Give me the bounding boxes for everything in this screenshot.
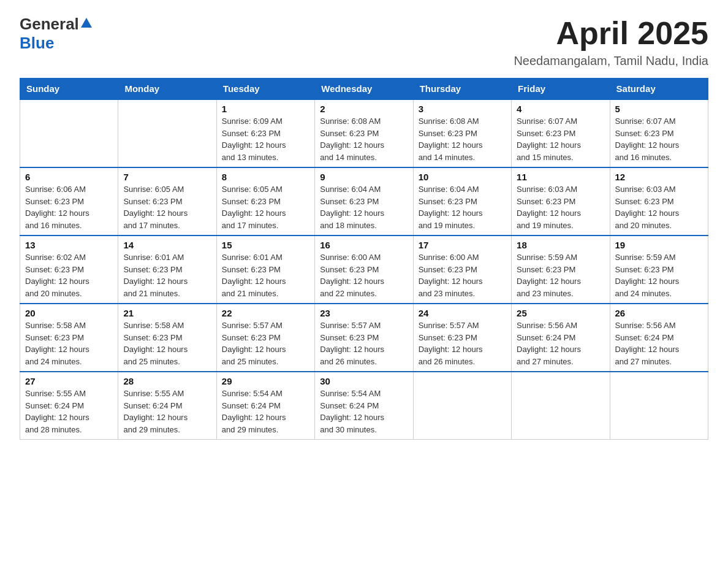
col-wednesday: Wednesday <box>315 79 413 100</box>
day-info: Sunrise: 5:57 AM Sunset: 6:23 PM Dayligh… <box>320 320 408 367</box>
day-number: 12 <box>615 172 703 182</box>
calendar-cell: 12Sunrise: 6:03 AM Sunset: 6:23 PM Dayli… <box>610 167 708 236</box>
calendar-week-1: 1Sunrise: 6:09 AM Sunset: 6:23 PM Daylig… <box>20 99 708 167</box>
day-number: 15 <box>222 240 309 250</box>
day-number: 23 <box>320 308 408 318</box>
day-info: Sunrise: 6:09 AM Sunset: 6:23 PM Dayligh… <box>222 115 309 163</box>
logo-triangle-icon <box>81 18 92 28</box>
day-number: 11 <box>517 172 604 182</box>
calendar-week-4: 20Sunrise: 5:58 AM Sunset: 6:23 PM Dayli… <box>20 304 708 372</box>
day-number: 14 <box>123 240 211 250</box>
day-number: 8 <box>222 172 309 182</box>
day-info: Sunrise: 6:05 AM Sunset: 6:23 PM Dayligh… <box>123 183 211 231</box>
calendar-cell: 4Sunrise: 6:07 AM Sunset: 6:23 PM Daylig… <box>512 99 610 167</box>
day-info: Sunrise: 5:56 AM Sunset: 6:24 PM Dayligh… <box>517 320 604 367</box>
calendar-body: 1Sunrise: 6:09 AM Sunset: 6:23 PM Daylig… <box>20 99 708 440</box>
calendar-cell: 26Sunrise: 5:56 AM Sunset: 6:24 PM Dayli… <box>610 304 708 372</box>
day-info: Sunrise: 5:54 AM Sunset: 6:24 PM Dayligh… <box>222 388 309 435</box>
col-saturday: Saturday <box>610 79 708 100</box>
calendar-cell: 11Sunrise: 6:03 AM Sunset: 6:23 PM Dayli… <box>512 167 610 236</box>
calendar-cell: 21Sunrise: 5:58 AM Sunset: 6:23 PM Dayli… <box>118 304 216 372</box>
day-info: Sunrise: 6:00 AM Sunset: 6:23 PM Dayligh… <box>320 251 408 299</box>
calendar-cell: 17Sunrise: 6:00 AM Sunset: 6:23 PM Dayli… <box>413 236 511 304</box>
day-number: 21 <box>123 308 211 318</box>
day-info: Sunrise: 5:57 AM Sunset: 6:23 PM Dayligh… <box>222 320 309 367</box>
col-monday: Monday <box>118 79 216 100</box>
calendar-cell: 8Sunrise: 6:05 AM Sunset: 6:23 PM Daylig… <box>216 167 314 236</box>
col-friday: Friday <box>512 79 610 100</box>
col-thursday: Thursday <box>413 79 511 100</box>
day-info: Sunrise: 6:07 AM Sunset: 6:23 PM Dayligh… <box>517 115 604 163</box>
calendar-cell: 1Sunrise: 6:09 AM Sunset: 6:23 PM Daylig… <box>216 99 314 167</box>
day-info: Sunrise: 5:56 AM Sunset: 6:24 PM Dayligh… <box>615 320 703 367</box>
day-number: 26 <box>615 308 703 318</box>
day-number: 3 <box>419 104 506 114</box>
calendar-cell: 3Sunrise: 6:08 AM Sunset: 6:23 PM Daylig… <box>413 99 511 167</box>
day-number: 25 <box>517 308 604 318</box>
day-info: Sunrise: 5:54 AM Sunset: 6:24 PM Dayligh… <box>320 388 408 435</box>
logo: General Blue <box>20 15 94 53</box>
col-sunday: Sunday <box>20 79 118 100</box>
day-info: Sunrise: 6:03 AM Sunset: 6:23 PM Dayligh… <box>517 183 604 231</box>
calendar-cell <box>118 99 216 167</box>
day-number: 24 <box>419 308 506 318</box>
calendar-cell: 15Sunrise: 6:01 AM Sunset: 6:23 PM Dayli… <box>216 236 314 304</box>
day-info: Sunrise: 6:05 AM Sunset: 6:23 PM Dayligh… <box>222 183 309 231</box>
header-row: Sunday Monday Tuesday Wednesday Thursday… <box>20 79 708 100</box>
day-info: Sunrise: 6:03 AM Sunset: 6:23 PM Dayligh… <box>615 183 703 231</box>
calendar-cell <box>20 99 118 167</box>
calendar-cell: 25Sunrise: 5:56 AM Sunset: 6:24 PM Dayli… <box>512 304 610 372</box>
calendar-cell: 27Sunrise: 5:55 AM Sunset: 6:24 PM Dayli… <box>20 372 118 440</box>
day-info: Sunrise: 5:55 AM Sunset: 6:24 PM Dayligh… <box>25 388 113 435</box>
calendar-cell: 2Sunrise: 6:08 AM Sunset: 6:23 PM Daylig… <box>315 99 413 167</box>
calendar-cell: 29Sunrise: 5:54 AM Sunset: 6:24 PM Dayli… <box>216 372 314 440</box>
calendar-cell: 7Sunrise: 6:05 AM Sunset: 6:23 PM Daylig… <box>118 167 216 236</box>
day-number: 9 <box>320 172 408 182</box>
day-info: Sunrise: 6:01 AM Sunset: 6:23 PM Dayligh… <box>222 251 309 299</box>
calendar-cell: 19Sunrise: 5:59 AM Sunset: 6:23 PM Dayli… <box>610 236 708 304</box>
calendar-week-2: 6Sunrise: 6:06 AM Sunset: 6:23 PM Daylig… <box>20 167 708 236</box>
calendar-cell <box>610 372 708 440</box>
day-number: 22 <box>222 308 309 318</box>
calendar-cell: 24Sunrise: 5:57 AM Sunset: 6:23 PM Dayli… <box>413 304 511 372</box>
day-info: Sunrise: 6:02 AM Sunset: 6:23 PM Dayligh… <box>25 251 113 299</box>
calendar-table: Sunday Monday Tuesday Wednesday Thursday… <box>20 78 708 440</box>
day-number: 16 <box>320 240 408 250</box>
logo-blue-part <box>79 20 94 29</box>
page-header: General Blue April 2025 Needamangalam, T… <box>20 15 708 68</box>
calendar-cell: 20Sunrise: 5:58 AM Sunset: 6:23 PM Dayli… <box>20 304 118 372</box>
day-info: Sunrise: 6:08 AM Sunset: 6:23 PM Dayligh… <box>320 115 408 163</box>
day-number: 27 <box>25 376 113 386</box>
subtitle: Needamangalam, Tamil Nadu, India <box>514 54 708 68</box>
calendar-cell: 28Sunrise: 5:55 AM Sunset: 6:24 PM Dayli… <box>118 372 216 440</box>
day-info: Sunrise: 5:55 AM Sunset: 6:24 PM Dayligh… <box>123 388 211 435</box>
day-info: Sunrise: 6:01 AM Sunset: 6:23 PM Dayligh… <box>123 251 211 299</box>
day-info: Sunrise: 5:58 AM Sunset: 6:23 PM Dayligh… <box>123 320 211 367</box>
day-number: 30 <box>320 376 408 386</box>
day-info: Sunrise: 6:04 AM Sunset: 6:23 PM Dayligh… <box>419 183 506 231</box>
calendar-cell: 13Sunrise: 6:02 AM Sunset: 6:23 PM Dayli… <box>20 236 118 304</box>
day-number: 1 <box>222 104 309 114</box>
day-number: 2 <box>320 104 408 114</box>
day-info: Sunrise: 6:08 AM Sunset: 6:23 PM Dayligh… <box>419 115 506 163</box>
day-number: 29 <box>222 376 309 386</box>
day-number: 19 <box>615 240 703 250</box>
calendar-cell: 10Sunrise: 6:04 AM Sunset: 6:23 PM Dayli… <box>413 167 511 236</box>
calendar-cell <box>413 372 511 440</box>
main-title: April 2025 <box>514 15 708 52</box>
logo-blue-text: Blue <box>20 34 54 52</box>
logo-general-text: General <box>20 15 79 34</box>
calendar-cell: 23Sunrise: 5:57 AM Sunset: 6:23 PM Dayli… <box>315 304 413 372</box>
title-block: April 2025 Needamangalam, Tamil Nadu, In… <box>514 15 708 68</box>
calendar-cell: 30Sunrise: 5:54 AM Sunset: 6:24 PM Dayli… <box>315 372 413 440</box>
calendar-cell: 22Sunrise: 5:57 AM Sunset: 6:23 PM Dayli… <box>216 304 314 372</box>
calendar-header: Sunday Monday Tuesday Wednesday Thursday… <box>20 79 708 100</box>
day-info: Sunrise: 6:06 AM Sunset: 6:23 PM Dayligh… <box>25 183 113 231</box>
day-number: 17 <box>419 240 506 250</box>
calendar-cell: 16Sunrise: 6:00 AM Sunset: 6:23 PM Dayli… <box>315 236 413 304</box>
day-number: 18 <box>517 240 604 250</box>
day-info: Sunrise: 5:59 AM Sunset: 6:23 PM Dayligh… <box>517 251 604 299</box>
day-number: 28 <box>123 376 211 386</box>
col-tuesday: Tuesday <box>216 79 314 100</box>
calendar-week-3: 13Sunrise: 6:02 AM Sunset: 6:23 PM Dayli… <box>20 236 708 304</box>
